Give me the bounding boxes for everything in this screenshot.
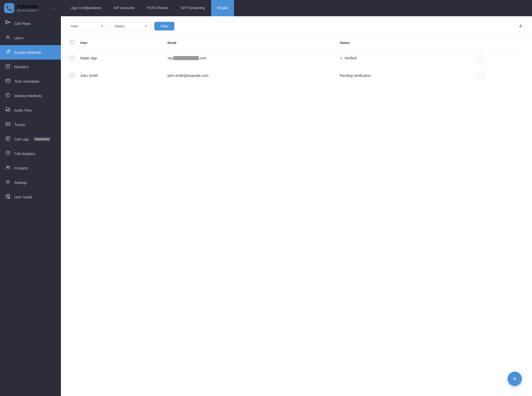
row-nader-email: nac.com [164, 49, 337, 67]
sidebar-item-time-schedules[interactable]: Time Schedules [0, 74, 61, 89]
numbers-icon [5, 64, 11, 70]
email-prefix: nac [168, 56, 173, 60]
svg-point-19 [7, 110, 8, 111]
sidebar-label-settings: Settings [14, 181, 27, 185]
sidebar-item-user-guide[interactable]: User Guide [0, 190, 61, 204]
row-nader-actions-button[interactable]: ··· [477, 54, 485, 62]
contact-methods-icon [5, 49, 11, 56]
sidebar-collapse-button[interactable]: ‹ [51, 6, 57, 11]
table-row: John Smith john.smith@example.com Pendin… [67, 67, 526, 84]
call-logs-icon [5, 136, 11, 142]
header-user: User [77, 36, 164, 49]
top-navigation: 📞 FlyNumber phone.systems™ ‹ App Configu… [0, 0, 532, 16]
svg-point-17 [7, 95, 8, 96]
row-john-checkbox[interactable] [70, 73, 74, 77]
sidebar-label-numbers: Numbers [14, 65, 29, 69]
svg-point-5 [7, 36, 9, 38]
sidebar-label-user-guide: User Guide [14, 195, 32, 199]
contacts-icon [5, 165, 11, 171]
email-redacted-block [173, 56, 199, 60]
row-john-actions-cell: ··· [474, 67, 526, 84]
call-flows-icon [5, 20, 11, 27]
user-filter-chevron: ▼ [101, 24, 104, 28]
sidebar-label-contact-methods: Contact Methods [14, 50, 41, 55]
sidebar-label-trunks: Trunks [14, 123, 25, 127]
sidebar-label-delivery-methods: Delivery Methods [14, 94, 42, 98]
app-name: FlyNumber [17, 4, 39, 9]
user-guide-icon [5, 194, 11, 200]
row-nader-status: ✓ Verified [337, 49, 474, 67]
sidebar-item-contacts[interactable]: Contacts [0, 161, 61, 175]
users-icon [5, 35, 11, 41]
emails-table: User Email Status Nader App [67, 36, 526, 84]
row-john-actions-button[interactable]: ··· [477, 72, 485, 80]
table-container: User Email Status Nader App [61, 36, 532, 396]
row-nader-status-text: Verified [344, 56, 356, 60]
sidebar-item-call-analytics[interactable]: Call Analytics [0, 146, 61, 161]
svg-rect-1 [6, 23, 7, 24]
nav-tabs-container: App Configurations SIP Accounts PSTN Rou… [61, 0, 532, 16]
app-subtitle: phone.systems™ [17, 9, 39, 12]
sidebar: Call Flows Users Contact Methods [0, 16, 61, 396]
row-nader-actions-cell: ··· [474, 49, 526, 67]
svg-line-3 [7, 21, 9, 22]
sidebar-item-numbers[interactable]: Numbers [0, 60, 61, 74]
svg-point-35 [7, 181, 9, 183]
app-logo-icon: 📞 [4, 3, 14, 13]
svg-point-34 [9, 166, 10, 167]
svg-point-7 [9, 50, 10, 51]
sidebar-item-call-flows[interactable]: Call Flows [0, 16, 61, 31]
filter-bar: User ▼ Status ▼ Filter [61, 16, 532, 36]
tab-sip-forwarding[interactable]: SIP Forwarding [175, 0, 211, 16]
row-nader-checkbox-cell [67, 49, 77, 67]
sidebar-item-contact-methods[interactable]: Contact Methods [0, 45, 61, 60]
call-analytics-icon [5, 150, 11, 157]
download-icon [519, 24, 523, 28]
settings-icon [5, 179, 11, 186]
sidebar-item-delivery-methods[interactable]: Delivery Methods [0, 89, 61, 103]
audio-files-icon [5, 107, 11, 113]
user-filter-select[interactable]: User ▼ [67, 22, 108, 30]
sidebar-label-contacts: Contacts [14, 166, 28, 170]
table-row: Nader App nac.com ✓ Verified [67, 49, 526, 67]
svg-point-24 [9, 124, 10, 125]
tab-app-configurations[interactable]: App Configurations [65, 0, 107, 16]
svg-point-6 [7, 50, 9, 52]
sidebar-item-call-logs[interactable]: Call Logs Deprecated [0, 132, 61, 146]
logo-text-block: FlyNumber phone.systems™ [17, 4, 39, 12]
logo-area: 📞 FlyNumber phone.systems™ ‹ [0, 0, 61, 16]
status-filter-select[interactable]: Status ▼ [111, 22, 151, 30]
header-email: Email [164, 36, 337, 49]
time-schedules-icon [5, 78, 11, 84]
tab-pstn-routes[interactable]: PSTN Routes [141, 0, 175, 16]
svg-point-33 [7, 166, 8, 167]
status-filter-label: Status [114, 24, 125, 28]
row-nader-checkbox[interactable] [70, 56, 74, 60]
email-suffix: .com [199, 56, 206, 60]
sidebar-label-time-schedules: Time Schedules [14, 79, 40, 83]
svg-point-16 [6, 93, 10, 97]
sidebar-label-call-logs: Call Logs [14, 137, 29, 141]
sidebar-label-audio-files: Audio Files [14, 108, 32, 112]
row-nader-user: Nader App [77, 49, 164, 67]
add-fab-button[interactable]: + [508, 372, 522, 386]
row-john-email: john.smith@example.com [164, 67, 337, 84]
svg-rect-12 [6, 79, 10, 83]
sidebar-label-users: Users [14, 36, 24, 40]
download-button[interactable] [515, 21, 526, 31]
header-actions [474, 36, 526, 49]
filter-button[interactable]: Filter [154, 22, 174, 30]
sidebar-label-call-flows: Call Flows [14, 22, 31, 26]
tab-emails[interactable]: Emails [211, 0, 234, 16]
sidebar-label-call-analytics: Call Analytics [14, 152, 35, 156]
trunks-icon [5, 122, 11, 128]
deprecated-badge: Deprecated [34, 137, 50, 141]
select-all-checkbox[interactable] [70, 40, 74, 44]
sidebar-item-settings[interactable]: Settings [0, 175, 61, 190]
sidebar-item-audio-files[interactable]: Audio Files [0, 103, 61, 117]
sidebar-item-trunks[interactable]: Trunks [0, 117, 61, 132]
status-filter-chevron: ▼ [144, 24, 147, 28]
sidebar-item-users[interactable]: Users [0, 31, 61, 45]
tab-sip-accounts[interactable]: SIP Accounts [107, 0, 141, 16]
row-john-checkbox-cell [67, 67, 77, 84]
